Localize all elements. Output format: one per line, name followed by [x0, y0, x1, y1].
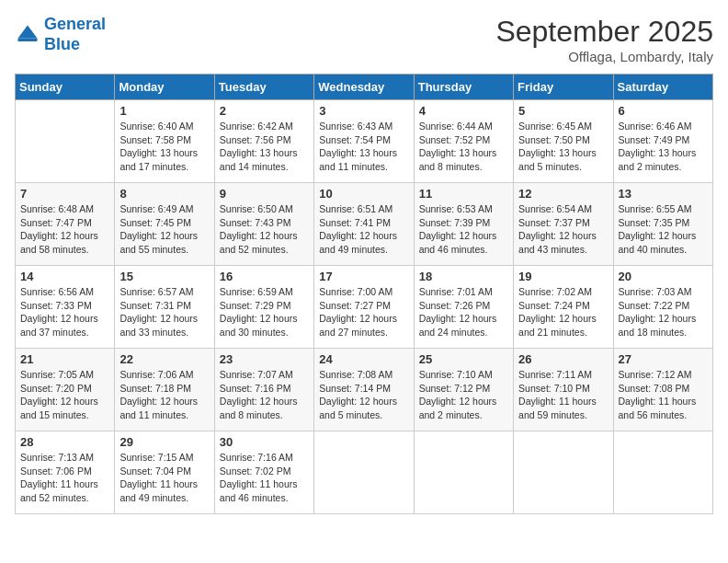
weekday-header: Tuesday [214, 75, 313, 100]
calendar-cell [414, 431, 513, 514]
calendar-cell [16, 100, 115, 183]
day-info: Sunrise: 7:12 AMSunset: 7:08 PMDaylight:… [619, 368, 708, 422]
day-info: Sunrise: 7:02 AMSunset: 7:24 PMDaylight:… [518, 285, 608, 339]
weekday-header: Sunday [16, 75, 115, 100]
day-number: 23 [220, 352, 309, 366]
day-number: 6 [619, 104, 708, 118]
day-info: Sunrise: 6:48 AMSunset: 7:47 PMDaylight:… [20, 202, 109, 257]
day-info: Sunrise: 7:01 AMSunset: 7:26 PMDaylight:… [419, 285, 508, 339]
page-header: General Blue September 2025 Offlaga, Lom… [15, 15, 713, 64]
svg-marker-0 [18, 25, 38, 38]
day-number: 16 [220, 270, 309, 283]
day-number: 29 [119, 435, 209, 449]
day-number: 18 [419, 270, 508, 283]
calendar-cell: 25Sunrise: 7:10 AMSunset: 7:12 PMDayligh… [414, 349, 513, 431]
day-info: Sunrise: 7:07 AMSunset: 7:16 PMDaylight:… [220, 368, 309, 422]
day-info: Sunrise: 6:43 AMSunset: 7:54 PMDaylight:… [319, 120, 408, 174]
logo-general: General [44, 15, 106, 33]
calendar-cell: 28Sunrise: 7:13 AMSunset: 7:06 PMDayligh… [16, 431, 115, 514]
day-info: Sunrise: 6:40 AMSunset: 7:58 PMDaylight:… [119, 120, 209, 174]
calendar-cell: 16Sunrise: 6:59 AMSunset: 7:29 PMDayligh… [214, 266, 313, 349]
day-info: Sunrise: 6:44 AMSunset: 7:52 PMDaylight:… [419, 120, 508, 174]
weekday-header: Friday [514, 75, 613, 100]
weekday-header-row: SundayMondayTuesdayWednesdayThursdayFrid… [16, 75, 713, 100]
calendar-week-row: 14Sunrise: 6:56 AMSunset: 7:33 PMDayligh… [16, 266, 713, 349]
calendar-week-row: 7Sunrise: 6:48 AMSunset: 7:47 PMDaylight… [16, 183, 713, 266]
calendar-cell: 12Sunrise: 6:54 AMSunset: 7:37 PMDayligh… [514, 183, 613, 266]
calendar-cell: 23Sunrise: 7:07 AMSunset: 7:16 PMDayligh… [214, 349, 313, 431]
day-info: Sunrise: 7:03 AMSunset: 7:22 PMDaylight:… [619, 285, 708, 339]
location: Offlaga, Lombardy, Italy [495, 49, 713, 64]
calendar-cell: 6Sunrise: 6:46 AMSunset: 7:49 PMDaylight… [613, 100, 712, 183]
day-info: Sunrise: 6:46 AMSunset: 7:49 PMDaylight:… [619, 120, 708, 174]
calendar-cell: 30Sunrise: 7:16 AMSunset: 7:02 PMDayligh… [214, 431, 313, 514]
svg-rect-1 [18, 38, 38, 41]
day-number: 2 [220, 104, 309, 118]
day-number: 26 [518, 352, 608, 366]
day-info: Sunrise: 7:08 AMSunset: 7:14 PMDaylight:… [319, 368, 408, 422]
day-number: 13 [619, 187, 708, 201]
calendar-cell: 29Sunrise: 7:15 AMSunset: 7:04 PMDayligh… [115, 431, 214, 514]
month-title: September 2025 [495, 15, 713, 49]
day-number: 28 [20, 435, 109, 449]
day-info: Sunrise: 7:15 AMSunset: 7:04 PMDaylight:… [119, 451, 209, 505]
weekday-header: Thursday [414, 75, 513, 100]
calendar-cell: 20Sunrise: 7:03 AMSunset: 7:22 PMDayligh… [613, 266, 712, 349]
calendar-week-row: 28Sunrise: 7:13 AMSunset: 7:06 PMDayligh… [16, 431, 713, 514]
calendar-cell: 27Sunrise: 7:12 AMSunset: 7:08 PMDayligh… [613, 349, 712, 431]
calendar-cell: 14Sunrise: 6:56 AMSunset: 7:33 PMDayligh… [16, 266, 115, 349]
calendar-cell: 26Sunrise: 7:11 AMSunset: 7:10 PMDayligh… [514, 349, 613, 431]
calendar-cell: 1Sunrise: 6:40 AMSunset: 7:58 PMDaylight… [115, 100, 214, 183]
day-info: Sunrise: 6:55 AMSunset: 7:35 PMDaylight:… [619, 202, 708, 257]
day-number: 25 [419, 352, 508, 366]
day-info: Sunrise: 6:59 AMSunset: 7:29 PMDaylight:… [220, 285, 309, 339]
day-number: 3 [319, 104, 408, 118]
day-info: Sunrise: 7:00 AMSunset: 7:27 PMDaylight:… [319, 285, 408, 339]
day-info: Sunrise: 6:53 AMSunset: 7:39 PMDaylight:… [419, 202, 508, 257]
calendar-cell: 4Sunrise: 6:44 AMSunset: 7:52 PMDaylight… [414, 100, 513, 183]
calendar-cell [613, 431, 712, 514]
calendar-cell [514, 431, 613, 514]
day-number: 11 [419, 187, 508, 201]
calendar-cell: 15Sunrise: 6:57 AMSunset: 7:31 PMDayligh… [115, 266, 214, 349]
day-number: 17 [319, 270, 408, 283]
day-number: 21 [20, 352, 109, 366]
day-info: Sunrise: 7:13 AMSunset: 7:06 PMDaylight:… [20, 451, 109, 505]
calendar-cell: 13Sunrise: 6:55 AMSunset: 7:35 PMDayligh… [613, 183, 712, 266]
weekday-header: Monday [115, 75, 214, 100]
calendar-cell: 19Sunrise: 7:02 AMSunset: 7:24 PMDayligh… [514, 266, 613, 349]
day-number: 12 [518, 187, 608, 201]
day-number: 1 [119, 104, 209, 118]
calendar-cell [314, 431, 414, 514]
logo-text: General Blue [44, 15, 106, 54]
calendar-cell: 10Sunrise: 6:51 AMSunset: 7:41 PMDayligh… [314, 183, 414, 266]
day-number: 19 [518, 270, 608, 283]
calendar-cell: 8Sunrise: 6:49 AMSunset: 7:45 PMDaylight… [115, 183, 214, 266]
logo-icon [15, 22, 40, 48]
weekday-header: Saturday [613, 75, 712, 100]
day-info: Sunrise: 7:06 AMSunset: 7:18 PMDaylight:… [119, 368, 209, 422]
day-number: 27 [619, 352, 708, 366]
day-info: Sunrise: 7:05 AMSunset: 7:20 PMDaylight:… [20, 368, 109, 422]
day-number: 30 [220, 435, 309, 449]
calendar-cell: 5Sunrise: 6:45 AMSunset: 7:50 PMDaylight… [514, 100, 613, 183]
day-number: 5 [518, 104, 608, 118]
calendar-cell: 2Sunrise: 6:42 AMSunset: 7:56 PMDaylight… [214, 100, 313, 183]
day-number: 22 [119, 352, 209, 366]
day-number: 24 [319, 352, 408, 366]
weekday-header: Wednesday [314, 75, 414, 100]
calendar-week-row: 1Sunrise: 6:40 AMSunset: 7:58 PMDaylight… [16, 100, 713, 183]
day-info: Sunrise: 7:11 AMSunset: 7:10 PMDaylight:… [518, 368, 608, 422]
calendar-cell: 22Sunrise: 7:06 AMSunset: 7:18 PMDayligh… [115, 349, 214, 431]
day-info: Sunrise: 6:51 AMSunset: 7:41 PMDaylight:… [319, 202, 408, 257]
day-info: Sunrise: 6:42 AMSunset: 7:56 PMDaylight:… [220, 120, 309, 174]
calendar-cell: 24Sunrise: 7:08 AMSunset: 7:14 PMDayligh… [314, 349, 414, 431]
day-info: Sunrise: 7:10 AMSunset: 7:12 PMDaylight:… [419, 368, 508, 422]
day-info: Sunrise: 6:50 AMSunset: 7:43 PMDaylight:… [220, 202, 309, 257]
calendar-cell: 18Sunrise: 7:01 AMSunset: 7:26 PMDayligh… [414, 266, 513, 349]
day-info: Sunrise: 6:56 AMSunset: 7:33 PMDaylight:… [20, 285, 109, 339]
day-number: 7 [20, 187, 109, 201]
calendar-table: SundayMondayTuesdayWednesdayThursdayFrid… [15, 74, 713, 514]
day-info: Sunrise: 6:45 AMSunset: 7:50 PMDaylight:… [518, 120, 608, 174]
calendar-cell: 7Sunrise: 6:48 AMSunset: 7:47 PMDaylight… [16, 183, 115, 266]
